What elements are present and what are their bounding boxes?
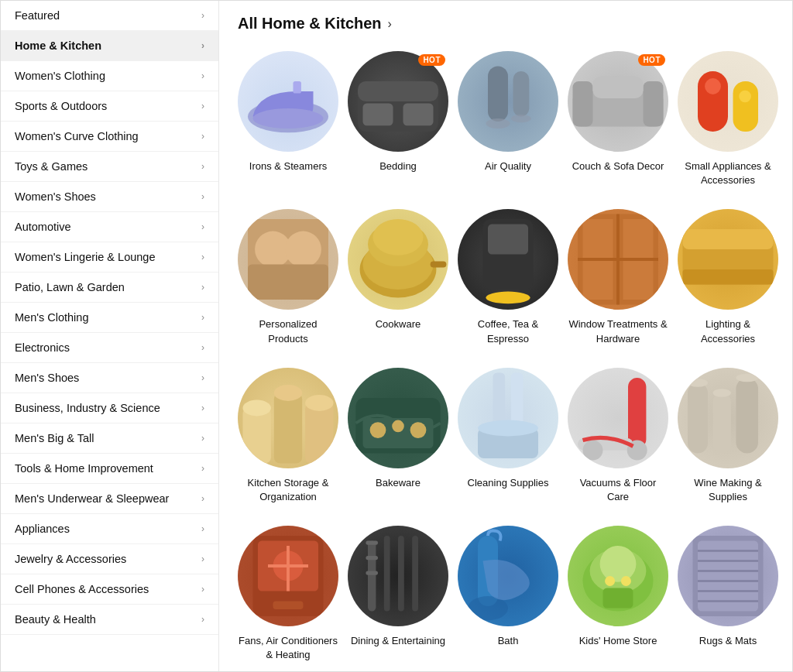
category-item-irons[interactable]: Irons & Steamers bbox=[238, 51, 338, 187]
svg-point-49 bbox=[392, 420, 404, 432]
sidebar-item-toys-games[interactable]: Toys & Games› bbox=[1, 152, 218, 182]
category-image-small-appliances bbox=[678, 51, 778, 152]
chevron-right-icon: › bbox=[201, 554, 204, 564]
svg-rect-8 bbox=[513, 71, 530, 117]
sidebar-item-appliances[interactable]: Appliances› bbox=[1, 514, 218, 544]
sidebar-item-patio-lawn[interactable]: Patio, Lawn & Garden› bbox=[1, 273, 218, 303]
svg-point-58 bbox=[583, 440, 603, 460]
category-item-rugs[interactable]: Rugs & Mats bbox=[678, 526, 778, 662]
sidebar-item-label: Home & Kitchen bbox=[15, 39, 101, 52]
category-item-couch[interactable]: HOT Couch & Sofa Decor bbox=[568, 51, 668, 187]
category-image-air-quality bbox=[458, 51, 558, 152]
sidebar-item-mens-clothing[interactable]: Men's Clothing› bbox=[1, 303, 218, 333]
category-label-kitchen-storage: Kitchen Storage & Organization bbox=[238, 476, 338, 504]
sidebar-item-womens-shoes[interactable]: Women's Shoes› bbox=[1, 182, 218, 212]
svg-rect-6 bbox=[403, 104, 434, 126]
sidebar-item-featured[interactable]: Featured› bbox=[1, 1, 218, 31]
category-item-bedding[interactable]: HOT Bedding bbox=[348, 51, 448, 187]
circle-wrapper bbox=[238, 368, 338, 468]
category-image-couch bbox=[568, 51, 668, 152]
category-label-wine: Wine Making & Supplies bbox=[678, 476, 778, 504]
category-label-coffee: Coffee, Tea & Espresso bbox=[458, 317, 558, 345]
svg-point-10 bbox=[511, 115, 531, 122]
category-label-window: Window Treatments & Hardware bbox=[568, 317, 668, 345]
category-image-dining bbox=[348, 526, 448, 626]
sidebar-item-beauty-health[interactable]: Beauty & Health› bbox=[1, 605, 218, 635]
category-item-fans[interactable]: Fans, Air Conditioners & Heating bbox=[238, 526, 338, 662]
sidebar-item-cell-phones[interactable]: Cell Phones & Accessories› bbox=[1, 574, 218, 605]
category-item-kitchen-storage[interactable]: Kitchen Storage & Organization bbox=[238, 368, 338, 504]
category-image-fans bbox=[238, 526, 338, 626]
category-label-fans: Fans, Air Conditioners & Heating bbox=[238, 634, 338, 662]
sidebar-item-label: Featured bbox=[15, 9, 60, 22]
chevron-right-icon: › bbox=[201, 161, 204, 172]
category-item-cookware[interactable]: Cookware bbox=[348, 209, 448, 345]
svg-rect-14 bbox=[593, 77, 644, 99]
category-item-vacuums[interactable]: Vacuums & Floor Care bbox=[568, 368, 668, 504]
sidebar-item-mens-shoes[interactable]: Men's Shoes› bbox=[1, 363, 218, 393]
svg-rect-12 bbox=[573, 81, 593, 127]
category-image-coffee bbox=[458, 209, 558, 310]
svg-point-84 bbox=[605, 576, 615, 586]
main-title-arrow[interactable]: › bbox=[388, 17, 392, 31]
svg-rect-29 bbox=[488, 225, 528, 255]
sidebar-item-electronics[interactable]: Electronics› bbox=[1, 333, 218, 363]
category-image-bedding bbox=[348, 51, 448, 152]
chevron-right-icon: › bbox=[201, 372, 204, 383]
category-image-bakeware bbox=[348, 368, 448, 468]
sidebar-item-tools-home[interactable]: Tools & Home Improvement› bbox=[1, 454, 218, 484]
svg-point-48 bbox=[370, 422, 386, 438]
category-item-cleaning[interactable]: Cleaning Supplies bbox=[458, 368, 558, 504]
chevron-right-icon: › bbox=[201, 403, 204, 413]
category-item-dining[interactable]: Dining & Entertaining bbox=[348, 526, 448, 662]
chevron-right-icon: › bbox=[201, 131, 204, 142]
svg-rect-38 bbox=[683, 229, 774, 249]
chevron-right-icon: › bbox=[201, 463, 204, 474]
svg-point-82 bbox=[600, 546, 637, 582]
category-item-window[interactable]: Window Treatments & Hardware bbox=[568, 209, 668, 345]
category-image-window bbox=[568, 209, 668, 310]
circle-wrapper bbox=[568, 526, 668, 626]
svg-rect-72 bbox=[384, 536, 390, 612]
category-item-kids[interactable]: Kids' Home Store bbox=[568, 526, 668, 662]
svg-rect-55 bbox=[628, 378, 646, 448]
chevron-right-icon: › bbox=[201, 221, 204, 232]
circle-wrapper bbox=[458, 368, 558, 468]
circle-wrapper: HOT bbox=[348, 51, 448, 152]
svg-point-27 bbox=[373, 219, 424, 255]
category-item-air-quality[interactable]: Air Quality bbox=[458, 51, 558, 187]
sidebar-item-jewelry[interactable]: Jewelry & Accessories› bbox=[1, 544, 218, 574]
svg-point-64 bbox=[736, 374, 758, 382]
category-label-couch: Couch & Sofa Decor bbox=[572, 159, 664, 173]
category-item-bakeware[interactable]: Bakeware bbox=[348, 368, 448, 504]
circle-wrapper bbox=[458, 526, 558, 626]
category-item-coffee[interactable]: Coffee, Tea & Espresso bbox=[458, 209, 558, 345]
svg-rect-5 bbox=[363, 104, 393, 126]
chevron-right-icon: › bbox=[201, 101, 204, 111]
sidebar-item-label: Men's Big & Tall bbox=[15, 432, 94, 444]
sidebar-item-business-industry[interactable]: Business, Industry & Science› bbox=[1, 393, 218, 423]
category-item-lighting[interactable]: Lighting & Accessories bbox=[678, 209, 778, 345]
sidebar-item-womens-curve[interactable]: Women's Curve Clothing› bbox=[1, 122, 218, 152]
svg-point-17 bbox=[705, 78, 721, 94]
category-item-personalized[interactable]: Personalized Products bbox=[238, 209, 338, 345]
category-label-bakeware: Bakeware bbox=[376, 476, 421, 490]
sidebar-item-mens-big-tall[interactable]: Men's Big & Tall› bbox=[1, 423, 218, 454]
sidebar-item-womens-lingerie[interactable]: Women's Lingerie & Lounge› bbox=[1, 242, 218, 273]
sidebar-item-womens-clothing[interactable]: Women's Clothing› bbox=[1, 61, 218, 91]
sidebar-item-home-kitchen[interactable]: Home & Kitchen› bbox=[1, 31, 218, 61]
sidebar-item-label: Sports & Outdoors bbox=[15, 100, 107, 112]
sidebar-item-mens-underwear[interactable]: Men's Underwear & Sleepwear› bbox=[1, 484, 218, 514]
category-image-vacuums bbox=[568, 368, 668, 468]
main-header: All Home & Kitchen › bbox=[238, 15, 774, 33]
svg-point-2 bbox=[253, 108, 324, 129]
svg-rect-59 bbox=[688, 382, 708, 453]
category-item-wine[interactable]: Wine Making & Supplies bbox=[678, 368, 778, 504]
sidebar-item-sports-outdoors[interactable]: Sports & Outdoors› bbox=[1, 91, 218, 122]
category-item-small-appliances[interactable]: Small Appliances & Accessories bbox=[678, 51, 778, 187]
category-item-bath[interactable]: Bath bbox=[458, 526, 558, 662]
svg-point-63 bbox=[713, 389, 731, 396]
circle-wrapper: HOT bbox=[568, 51, 668, 152]
circle-wrapper bbox=[348, 368, 448, 468]
sidebar-item-automotive[interactable]: Automotive› bbox=[1, 212, 218, 242]
